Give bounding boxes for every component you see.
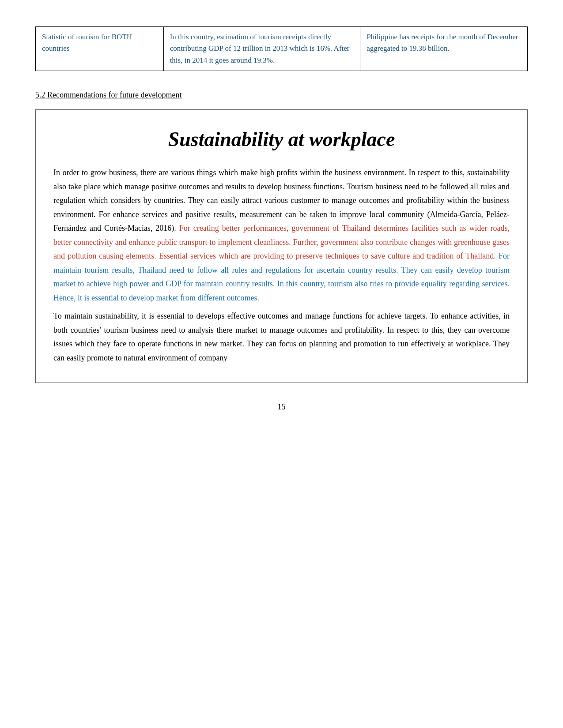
paragraph-1: In order to grow business, there are var…: [53, 166, 510, 305]
sustainability-box: Sustainability at workplace In order to …: [35, 109, 528, 383]
paragraph-2: To maintain sustainability, it is essent…: [53, 309, 510, 365]
table-cell-col2: In this country, estimation of tourism r…: [163, 27, 360, 71]
page-number: 15: [35, 401, 528, 413]
box-body: In order to grow business, there are var…: [53, 166, 510, 365]
table-cell-col1: Statistic of tourism for BOTH countries: [36, 27, 164, 71]
table-row: Statistic of tourism for BOTH countries …: [36, 27, 528, 71]
tourism-statistics-table: Statistic of tourism for BOTH countries …: [35, 26, 528, 71]
table-cell-col3: Philippine has receipts for the month of…: [360, 27, 528, 71]
section-heading: 5.2 Recommendations for future developme…: [35, 89, 528, 101]
para1-black: In order to grow business, there are var…: [53, 168, 510, 233]
box-title: Sustainability at workplace: [53, 123, 510, 156]
